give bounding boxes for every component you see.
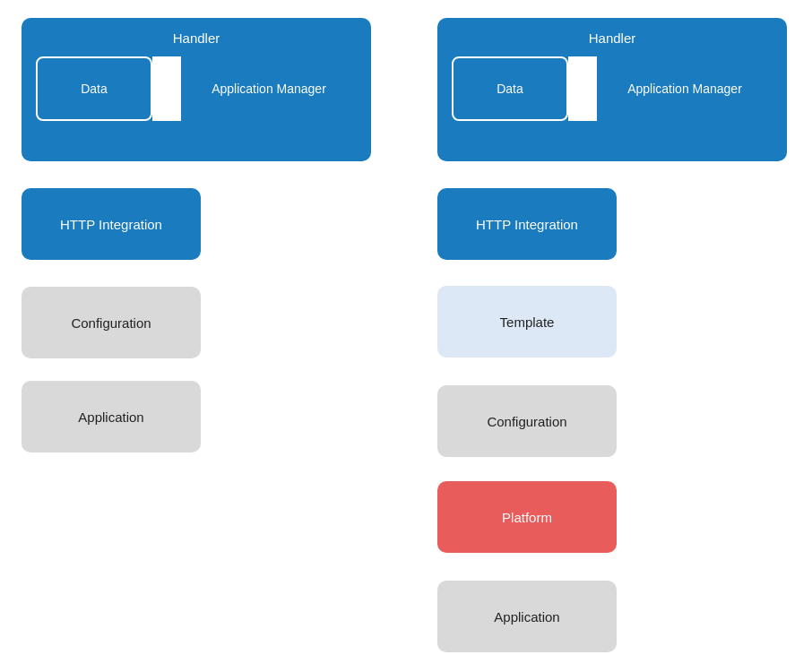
right-handler-label: Handler: [452, 30, 773, 46]
right-data-box: Data: [452, 56, 568, 121]
right-platform-button[interactable]: Platform: [437, 481, 617, 553]
left-configuration-label: Configuration: [71, 315, 151, 331]
left-application-button[interactable]: Application: [22, 381, 201, 452]
right-data-label: Data: [497, 82, 523, 96]
right-http-integration-label: HTTP Integration: [476, 217, 578, 232]
right-app-manager-box: Application Manager: [597, 56, 773, 121]
left-app-manager-label: Application Manager: [212, 82, 326, 96]
right-app-manager-label: Application Manager: [627, 82, 742, 96]
right-http-integration-button[interactable]: HTTP Integration: [437, 188, 617, 260]
right-template-label: Template: [500, 314, 555, 330]
right-configuration-label: Configuration: [487, 414, 566, 429]
right-configuration-button[interactable]: Configuration: [437, 385, 617, 457]
right-platform-label: Platform: [502, 510, 552, 525]
right-template-button[interactable]: Template: [437, 286, 617, 358]
left-configuration-button[interactable]: Configuration: [22, 287, 201, 358]
left-http-integration-label: HTTP Integration: [60, 217, 162, 232]
left-handler-label: Handler: [36, 30, 357, 46]
left-data-label: Data: [81, 82, 108, 96]
right-application-button[interactable]: Application: [437, 581, 617, 652]
left-application-label: Application: [78, 409, 143, 425]
left-app-manager-box: Application Manager: [181, 56, 357, 121]
right-application-label: Application: [494, 609, 559, 625]
left-http-integration-button[interactable]: HTTP Integration: [22, 188, 201, 260]
left-data-box: Data: [36, 56, 152, 121]
